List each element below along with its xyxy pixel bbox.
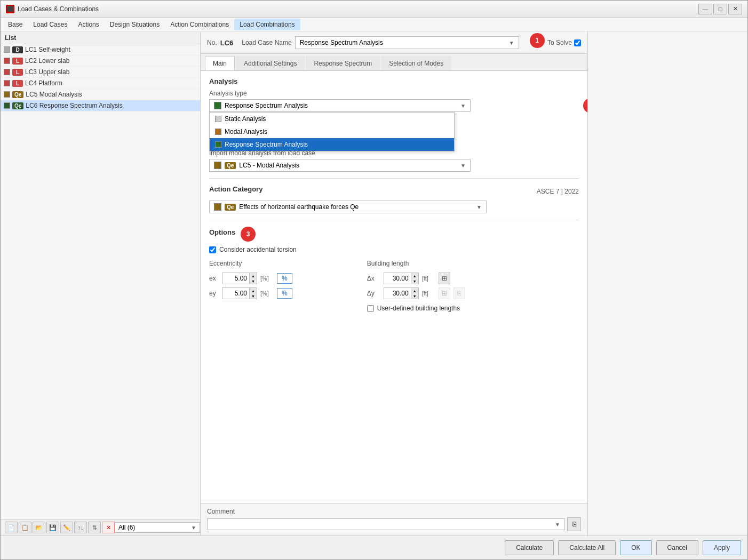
lc6-label: LC6 Response Spectrum Analysis xyxy=(26,102,122,109)
dy-label: Δy xyxy=(367,290,380,297)
menu-load-combinations[interactable]: Load Combinations xyxy=(234,19,300,30)
dx-icon-button[interactable]: ⊞ xyxy=(439,273,450,284)
app-icon: ⬛ xyxy=(6,5,14,13)
ex-percent-button[interactable]: % xyxy=(277,273,292,284)
menu-load-cases[interactable]: Load Cases xyxy=(28,19,73,30)
import-modal-dropdown[interactable]: Qe LC5 - Modal Analysis ▼ xyxy=(209,159,471,172)
to-solve-label: To Solve xyxy=(547,39,572,46)
tab-main[interactable]: Main xyxy=(205,56,235,70)
dx-spin-down[interactable]: ▼ xyxy=(411,278,418,284)
action-cat-chevron: ▼ xyxy=(476,204,482,210)
list-item-lc3[interactable]: L LC3 Upper slab xyxy=(1,67,200,78)
lc2-badge: L xyxy=(12,58,23,65)
ex-input[interactable] xyxy=(222,274,249,283)
import-button[interactable]: 📂 xyxy=(33,522,45,533)
to-solve-checkbox[interactable] xyxy=(574,39,581,46)
dy-copy-button: ⎘ xyxy=(453,287,465,299)
calculate-all-button[interactable]: Calculate All xyxy=(558,540,616,555)
main-content: List D LC1 Self-weight L LC2 Lower slab … xyxy=(1,32,747,535)
sort-button[interactable]: ⇅ xyxy=(88,522,101,533)
option-static-analysis[interactable]: Static Analysis xyxy=(210,113,454,125)
option-response-color xyxy=(215,141,221,148)
accidental-torsion-checkbox[interactable] xyxy=(209,246,216,253)
rename-button[interactable]: ✏️ xyxy=(60,522,73,533)
move-up-button[interactable]: ↑↓ xyxy=(74,522,87,533)
action-category-dropdown[interactable]: Qe Effects of horizontal earthquake forc… xyxy=(209,201,487,213)
analysis-type-dropdown-options: Static Analysis Modal Analysis Response … xyxy=(209,112,455,151)
callout-1: 1 xyxy=(530,33,545,48)
user-defined-row: User-defined building lengths xyxy=(367,305,465,312)
filter-value: All (6) xyxy=(118,524,135,531)
ey-percent-button[interactable]: % xyxy=(277,288,292,299)
list-item-lc6[interactable]: Qe LC6 Response Spectrum Analysis xyxy=(1,100,200,111)
lc-name-dropdown[interactable]: Response Spectrum Analysis ▼ xyxy=(295,36,519,49)
export-button[interactable]: 💾 xyxy=(46,522,59,533)
ok-button[interactable]: OK xyxy=(620,540,651,555)
list-item-lc4[interactable]: L LC4 Platform xyxy=(1,78,200,89)
action-category-header: Action Category ASCE 7 | 2022 xyxy=(209,185,579,197)
building-length-header: Building length xyxy=(367,260,465,267)
option-modal-analysis[interactable]: Modal Analysis xyxy=(210,125,454,138)
comment-dropdown[interactable]: ▼ xyxy=(207,518,565,530)
asce-standard: ASCE 7 | 2022 xyxy=(537,188,579,195)
comment-value xyxy=(212,521,213,528)
minimize-button[interactable]: — xyxy=(698,4,712,14)
user-defined-checkbox[interactable] xyxy=(367,305,374,312)
lc4-color xyxy=(4,80,10,86)
menu-actions[interactable]: Actions xyxy=(73,19,104,30)
analysis-type-dropdown[interactable]: Response Spectrum Analysis ▼ xyxy=(209,99,471,112)
dx-spin-up[interactable]: ▲ xyxy=(411,273,418,278)
list-item-lc1[interactable]: D LC1 Self-weight xyxy=(1,44,200,55)
delete-button[interactable]: ✕ xyxy=(102,522,115,533)
add-button[interactable]: 📄 xyxy=(5,522,18,533)
dy-unit: [ft] xyxy=(422,290,435,297)
dy-spin-up[interactable]: ▲ xyxy=(411,288,418,293)
menu-bar: Base Load Cases Actions Design Situation… xyxy=(1,18,747,32)
tab-selection-of-modes[interactable]: Selection of Modes xyxy=(381,56,451,70)
cancel-button[interactable]: Cancel xyxy=(656,540,698,555)
maximize-button[interactable]: □ xyxy=(713,4,727,14)
option-modal-label: Modal Analysis xyxy=(225,128,267,135)
option-response-label: Response Spectrum Analysis xyxy=(225,141,308,148)
menu-design-situations[interactable]: Design Situations xyxy=(105,19,165,30)
list-item-lc2[interactable]: L LC2 Lower slab xyxy=(1,55,200,67)
left-panel: List D LC1 Self-weight L LC2 Lower slab … xyxy=(1,32,201,535)
copy-button[interactable]: 📋 xyxy=(19,522,31,533)
ey-input[interactable] xyxy=(222,289,249,298)
list-item-lc5[interactable]: Qe LC5 Modal Analysis xyxy=(1,89,200,100)
dy-spin-down[interactable]: ▼ xyxy=(411,293,418,299)
tab-additional-settings[interactable]: Additional Settings xyxy=(236,56,305,70)
ex-spin-up[interactable]: ▲ xyxy=(249,273,257,278)
ey-label: ey xyxy=(209,290,219,297)
apply-button[interactable]: Apply xyxy=(703,540,741,555)
tab-response-spectrum[interactable]: Response Spectrum xyxy=(306,56,380,70)
filter-dropdown[interactable]: All (6) ▼ xyxy=(115,522,200,533)
right-sidebar xyxy=(587,32,747,535)
ex-spin-down[interactable]: ▼ xyxy=(249,278,257,284)
dx-row: Δx ▲ ▼ [ft] ⊞ xyxy=(367,273,465,284)
ey-spin-down[interactable]: ▼ xyxy=(249,293,257,299)
accidental-torsion-row: Consider accidental torsion xyxy=(209,246,579,253)
dx-input[interactable] xyxy=(384,274,411,283)
option-response-spectrum[interactable]: Response Spectrum Analysis xyxy=(210,138,454,151)
dy-input[interactable] xyxy=(384,289,411,298)
menu-base[interactable]: Base xyxy=(3,19,28,30)
left-panel-toolbar: 📄 📋 📂 💾 ✏️ ↑↓ ⇅ ✕ All (6) ▼ xyxy=(1,519,200,535)
lc3-color xyxy=(4,69,10,75)
ey-spin-up[interactable]: ▲ xyxy=(249,288,257,293)
toolbar-buttons: 📄 📋 📂 💾 ✏️ ↑↓ ⇅ ✕ xyxy=(5,522,115,533)
dy-input-container: ▲ ▼ xyxy=(384,287,419,299)
lc-name-label: Load Case Name xyxy=(242,39,291,46)
comment-copy-button[interactable]: ⎘ xyxy=(567,517,581,531)
window-title: Load Cases & Combinations xyxy=(18,5,99,13)
list-header: List xyxy=(1,32,200,44)
calculate-button[interactable]: Calculate xyxy=(505,540,554,555)
ex-spin-buttons: ▲ ▼ xyxy=(249,273,257,284)
right-panel: No. LC6 Load Case Name Response Spectrum… xyxy=(201,32,587,535)
no-label: No. xyxy=(207,39,217,46)
analysis-type-chevron: ▼ xyxy=(460,103,466,109)
dx-spin-buttons: ▲ ▼ xyxy=(411,273,418,284)
menu-action-combinations[interactable]: Action Combinations xyxy=(165,19,234,30)
options-title: Options xyxy=(209,228,235,236)
close-button[interactable]: ✕ xyxy=(728,4,742,14)
